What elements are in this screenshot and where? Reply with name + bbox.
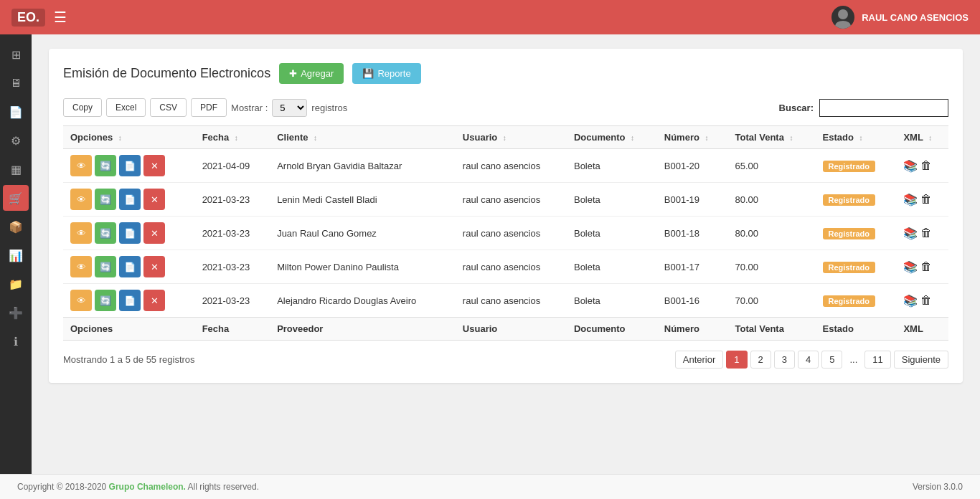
sidebar-item-document[interactable]: 📄	[3, 99, 29, 125]
status-badge: Registrado	[823, 161, 875, 172]
csv-button[interactable]: CSV	[150, 98, 187, 117]
col-estado[interactable]: Estado ↕	[816, 126, 897, 149]
col-fecha[interactable]: Fecha ↕	[195, 126, 270, 149]
reporte-button[interactable]: 💾 Reporte	[352, 63, 420, 84]
page-4-button[interactable]: 4	[798, 351, 819, 369]
foot-estado: Estado	[816, 318, 897, 341]
doc-button[interactable]: 📄	[119, 290, 141, 311]
sidebar-item-monitor[interactable]: 🖥	[3, 70, 29, 96]
excel-button[interactable]: Excel	[106, 98, 146, 117]
records-label: registros	[311, 103, 347, 113]
delete-button[interactable]: ✕	[143, 155, 165, 176]
agregar-button[interactable]: ✚ Agregar	[279, 63, 344, 84]
row-actions: 👁 🔄 📄 ✕	[63, 149, 195, 183]
page-3-button[interactable]: 3	[774, 351, 795, 369]
xml-delete-icon[interactable]: 🗑	[920, 193, 932, 206]
row-documento: Boleta	[567, 217, 657, 250]
plus-icon: ✚	[289, 68, 297, 79]
edit-button[interactable]: 🔄	[95, 155, 116, 176]
xml-book-icon[interactable]: 📚	[903, 159, 918, 173]
sidebar-item-chart[interactable]: 📊	[3, 242, 29, 268]
edit-button[interactable]: 🔄	[95, 290, 116, 311]
foot-opciones: Opciones	[63, 318, 195, 341]
doc-button[interactable]: 📄	[119, 256, 141, 277]
svg-point-1	[835, 21, 851, 29]
xml-book-icon[interactable]: 📚	[903, 260, 918, 274]
view-button[interactable]: 👁	[70, 155, 92, 176]
row-documento: Boleta	[567, 284, 657, 318]
row-xml: 📚 🗑	[896, 250, 948, 284]
row-actions: 👁 🔄 📄 ✕	[63, 250, 195, 284]
col-xml[interactable]: XML ↕	[896, 126, 948, 149]
next-page-button[interactable]: Siguiente	[894, 351, 948, 369]
row-estado: Registrado	[816, 250, 897, 284]
edit-button[interactable]: 🔄	[95, 189, 116, 210]
prev-page-button[interactable]: Anterior	[675, 351, 724, 369]
row-documento: Boleta	[567, 149, 657, 183]
doc-button[interactable]: 📄	[119, 222, 141, 244]
row-documento: Boleta	[567, 183, 657, 217]
xml-delete-icon[interactable]: 🗑	[920, 159, 932, 172]
edit-button[interactable]: 🔄	[95, 256, 116, 277]
sidebar-item-info[interactable]: ℹ	[3, 328, 29, 354]
page-5-button[interactable]: 5	[821, 351, 842, 369]
col-cliente[interactable]: Cliente ↕	[270, 126, 456, 149]
main-content: Emisión de Documento Electronicos ✚ Agre…	[32, 34, 980, 474]
sidebar-item-grid[interactable]: ⊞	[3, 42, 29, 67]
xml-delete-icon[interactable]: 🗑	[920, 227, 932, 239]
pdf-button[interactable]: PDF	[191, 98, 227, 117]
col-documento[interactable]: Documento ↕	[567, 126, 657, 149]
col-usuario[interactable]: Usuario ↕	[456, 126, 567, 149]
row-fecha: 2021-03-23	[195, 250, 270, 284]
show-label: Mostrar :	[231, 103, 268, 113]
view-button[interactable]: 👁	[70, 222, 92, 244]
sidebar-item-cart[interactable]: 🛒	[3, 185, 29, 211]
top-navbar: EO. ☰ RAUL CANO ASENCIOS	[0, 0, 980, 34]
edit-button[interactable]: 🔄	[95, 222, 116, 244]
data-table: Opciones ↕ Fecha ↕ Cliente ↕ Usuario ↕ D…	[63, 125, 948, 341]
doc-button[interactable]: 📄	[119, 155, 141, 176]
user-name: RAUL CANO ASENCIOS	[862, 12, 969, 23]
xml-book-icon[interactable]: 📚	[903, 294, 918, 308]
copy-button[interactable]: Copy	[63, 98, 102, 117]
search-input[interactable]	[819, 99, 948, 117]
row-cliente: Arnold Bryan Gavidia Baltazar	[270, 149, 456, 183]
hamburger-icon[interactable]: ☰	[54, 9, 67, 26]
pagination-info: Mostrando 1 a 5 de 55 registros	[63, 354, 195, 365]
page-2-button[interactable]: 2	[750, 351, 771, 369]
col-opciones: Opciones ↕	[63, 126, 195, 149]
page-1-button[interactable]: 1	[726, 351, 747, 369]
view-button[interactable]: 👁	[70, 189, 92, 210]
xml-delete-icon[interactable]: 🗑	[920, 294, 932, 307]
row-total-venta: 65.00	[728, 149, 816, 183]
xml-delete-icon[interactable]: 🗑	[920, 260, 932, 273]
delete-button[interactable]: ✕	[143, 290, 165, 311]
sidebar-item-folder[interactable]: 📁	[3, 271, 29, 297]
delete-button[interactable]: ✕	[143, 222, 165, 244]
row-estado: Registrado	[816, 217, 897, 250]
col-numero[interactable]: Número ↕	[657, 126, 728, 149]
sidebar-item-dashboard[interactable]: ▦	[3, 156, 29, 182]
view-button[interactable]: 👁	[70, 256, 92, 277]
sidebar-item-box[interactable]: 📦	[3, 214, 29, 239]
doc-button[interactable]: 📄	[119, 189, 141, 210]
footer-link[interactable]: Grupo Chameleon.	[109, 482, 186, 492]
page-11-button[interactable]: 11	[864, 351, 890, 369]
toolbar-right: Buscar:	[779, 99, 948, 117]
delete-button[interactable]: ✕	[143, 256, 165, 277]
row-actions: 👁 🔄 📄 ✕	[63, 284, 195, 318]
col-total-venta[interactable]: Total Venta ↕	[728, 126, 816, 149]
xml-book-icon[interactable]: 📚	[903, 193, 918, 206]
avatar	[831, 6, 854, 29]
xml-book-icon[interactable]: 📚	[903, 227, 918, 240]
show-select[interactable]: 5 10 25 50	[272, 99, 307, 117]
toolbar: Copy Excel CSV PDF Mostrar : 5 10 25 50 …	[63, 98, 948, 117]
page-ellipsis: ...	[845, 351, 862, 368]
row-total-venta: 70.00	[728, 250, 816, 284]
sidebar-item-plus[interactable]: ➕	[3, 300, 29, 325]
toolbar-left: Copy Excel CSV PDF Mostrar : 5 10 25 50 …	[63, 98, 347, 117]
table-footer-row: Opciones Fecha Proveedor Usuario Documen…	[63, 318, 948, 341]
sidebar-item-settings[interactable]: ⚙	[3, 128, 29, 153]
view-button[interactable]: 👁	[70, 290, 92, 311]
delete-button[interactable]: ✕	[143, 189, 165, 210]
